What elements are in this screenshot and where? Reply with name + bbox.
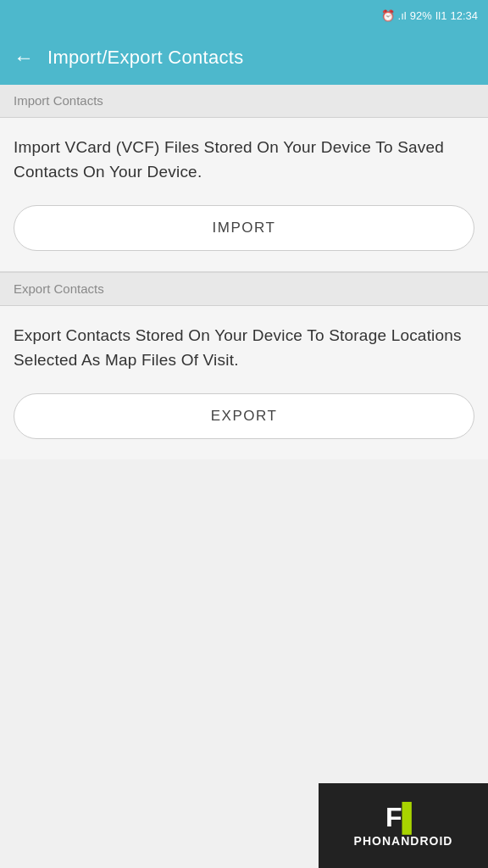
export-button[interactable]: EXPORT xyxy=(14,393,474,439)
back-button[interactable]: ← xyxy=(14,47,34,68)
app-bar-title: Import/Export Contacts xyxy=(47,47,244,69)
alarm-icon: ⏰ xyxy=(381,9,395,22)
import-content-section: Import VCard (VCF) Files Stored On Your … xyxy=(0,118,488,271)
watermark: F▌ PHONANDROID xyxy=(319,783,488,868)
export-section-header: Export Contacts xyxy=(0,273,488,306)
watermark-bracket: ▌ xyxy=(402,802,421,832)
signal-bars: Il1 xyxy=(435,9,447,22)
export-header-label: Export Contacts xyxy=(14,281,104,296)
watermark-logo-letter: F xyxy=(385,802,402,832)
watermark-brand: PHONANDROID xyxy=(354,834,453,848)
signal-icon: .ıl xyxy=(398,9,407,22)
export-content-section: Export Contacts Stored On Your Device To… xyxy=(0,306,488,459)
status-bar-right: ⏰ .ıl 92% Il1 12:34 xyxy=(381,9,478,22)
status-bar: ⏰ .ıl 92% Il1 12:34 xyxy=(0,0,488,31)
export-description: Export Contacts Stored On Your Device To… xyxy=(14,323,474,373)
import-header-label: Import Contacts xyxy=(14,93,103,108)
import-description: Import VCard (VCF) Files Stored On Your … xyxy=(14,135,474,185)
import-section-header: Import Contacts xyxy=(0,85,488,118)
battery-text: 92% xyxy=(410,9,432,22)
app-bar: ← Import/Export Contacts xyxy=(0,31,488,85)
time-display: 12:34 xyxy=(450,9,478,22)
watermark-logo: F▌ xyxy=(385,804,421,831)
import-button[interactable]: IMPORT xyxy=(14,205,474,251)
